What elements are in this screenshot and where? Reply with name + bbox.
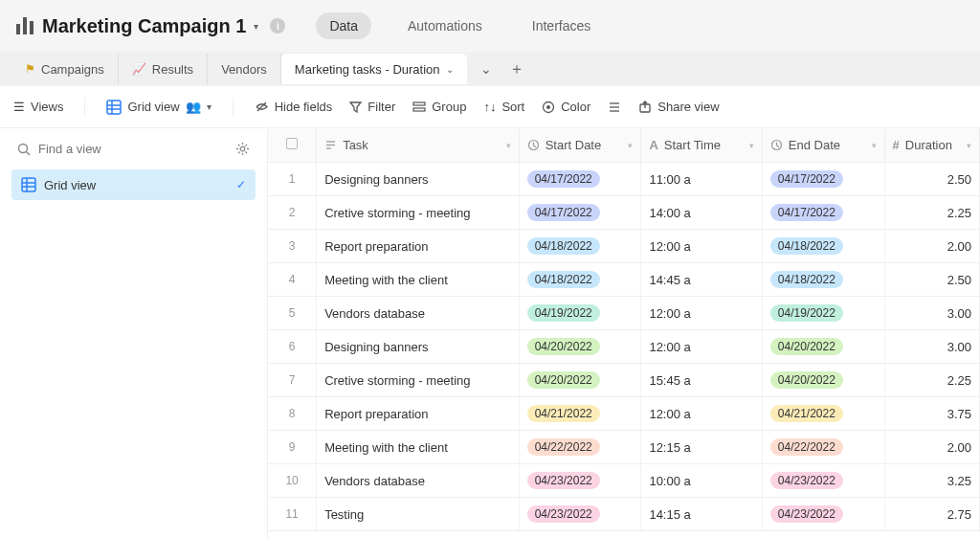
- chevron-down-icon[interactable]: ▾: [872, 141, 877, 150]
- cell-start-time[interactable]: 15:45 a: [641, 364, 762, 397]
- cell-end-date[interactable]: 04/17/2022: [762, 196, 884, 230]
- table-tab-vendors[interactable]: Vendors: [208, 54, 281, 84]
- group-button[interactable]: Group: [412, 100, 466, 114]
- cell-task[interactable]: Meeting with the client: [317, 431, 520, 464]
- cell-end-date[interactable]: 04/18/2022: [762, 263, 884, 297]
- table-row[interactable]: 8Report preparation04/21/202212:00 a04/2…: [268, 397, 980, 431]
- table-tab-marketing-tasks[interactable]: Marketing tasks - Duration ⌄: [281, 54, 467, 84]
- cell-task[interactable]: Designing banners: [317, 163, 520, 196]
- row-number[interactable]: 7: [268, 364, 317, 397]
- add-table-icon[interactable]: ＋: [509, 59, 524, 79]
- chevron-down-icon[interactable]: ▾: [207, 101, 212, 112]
- cell-duration[interactable]: 2.50: [884, 263, 979, 297]
- cell-start-time[interactable]: 14:45 a: [641, 263, 762, 297]
- cell-duration[interactable]: 2.75: [884, 498, 979, 531]
- cell-start-time[interactable]: 12:00 a: [641, 397, 762, 431]
- row-height-button[interactable]: [608, 101, 621, 114]
- table-row[interactable]: 5Vendors database04/19/202212:00 a04/19/…: [268, 297, 980, 330]
- cell-task[interactable]: Report preparation: [317, 230, 520, 263]
- cell-start-time[interactable]: 12:00 a: [641, 297, 762, 330]
- chevron-down-icon[interactable]: ▾: [628, 141, 633, 150]
- cell-start-time[interactable]: 14:00 a: [641, 196, 762, 230]
- table-row[interactable]: 3Report preparation04/18/202212:00 a04/1…: [268, 230, 980, 263]
- table-row[interactable]: 1Designing banners04/17/202211:00 a04/17…: [268, 163, 980, 196]
- cell-start-date[interactable]: 04/18/2022: [519, 263, 641, 297]
- tab-overflow-icon[interactable]: ⌄: [480, 61, 492, 77]
- chevron-down-icon[interactable]: ▾: [506, 141, 511, 150]
- tab-data[interactable]: Data: [316, 12, 371, 39]
- cell-start-date[interactable]: 04/20/2022: [519, 364, 641, 397]
- cell-start-time[interactable]: 12:15 a: [641, 431, 762, 464]
- table-row[interactable]: 11Testing04/23/202214:15 a04/23/20222.75: [268, 498, 980, 531]
- cell-duration[interactable]: 3.00: [884, 297, 979, 330]
- table-tab-campaigns[interactable]: ⚑ Campaigns: [11, 54, 119, 84]
- add-row-button[interactable]: ＋: [268, 531, 980, 538]
- cell-duration[interactable]: 3.75: [884, 397, 979, 431]
- column-header-start-date[interactable]: Start Date ▾: [519, 128, 641, 163]
- column-header-task[interactable]: Task ▾: [317, 128, 520, 163]
- row-number[interactable]: 9: [268, 431, 317, 464]
- chevron-down-icon[interactable]: ⌄: [446, 64, 454, 75]
- table-row[interactable]: 6Designing banners04/20/202212:00 a04/20…: [268, 330, 980, 364]
- table-row[interactable]: 9Meeting with the client04/22/202212:15 …: [268, 431, 980, 464]
- cell-end-date[interactable]: 04/21/2022: [762, 397, 884, 431]
- share-view-button[interactable]: Share view: [638, 100, 719, 114]
- cell-task[interactable]: Vendors database: [317, 464, 520, 498]
- column-header-start-time[interactable]: A Start Time ▾: [641, 128, 762, 163]
- column-header-duration[interactable]: # Duration ▾: [884, 128, 979, 163]
- info-icon[interactable]: i: [270, 18, 285, 34]
- cell-end-date[interactable]: 04/20/2022: [762, 330, 884, 364]
- checkbox-icon[interactable]: [286, 138, 298, 149]
- cell-start-time[interactable]: 10:00 a: [641, 464, 762, 498]
- cell-start-time[interactable]: 11:00 a: [641, 163, 762, 196]
- cell-duration[interactable]: 2.50: [884, 163, 979, 196]
- base-title[interactable]: Marketing Campaign 1: [42, 15, 246, 37]
- row-number[interactable]: 6: [268, 330, 317, 364]
- cell-start-date[interactable]: 04/18/2022: [519, 230, 641, 263]
- hide-fields-button[interactable]: Hide fields: [255, 100, 333, 114]
- view-search[interactable]: [11, 138, 256, 160]
- cell-duration[interactable]: 2.25: [884, 196, 979, 230]
- cell-start-time[interactable]: 12:00 a: [641, 230, 762, 263]
- view-search-input[interactable]: [38, 142, 228, 156]
- tab-automations[interactable]: Automations: [394, 12, 496, 39]
- cell-task[interactable]: Cretive storming - meeting: [317, 196, 520, 230]
- views-button[interactable]: ☰ Views: [13, 100, 63, 114]
- row-number[interactable]: 4: [268, 263, 317, 297]
- cell-duration[interactable]: 3.00: [884, 330, 979, 364]
- tab-interfaces[interactable]: Interfaces: [519, 12, 604, 39]
- title-dropdown-icon[interactable]: ▾: [254, 21, 258, 32]
- select-all-header[interactable]: [268, 128, 317, 163]
- table-row[interactable]: 7Cretive storming - meeting04/20/202215:…: [268, 364, 980, 397]
- cell-task[interactable]: Report preparation: [317, 397, 520, 431]
- grid-view-button[interactable]: Grid view 👥 ▾: [106, 100, 211, 115]
- cell-task[interactable]: Designing banners: [317, 330, 520, 364]
- cell-end-date[interactable]: 04/23/2022: [762, 464, 884, 498]
- row-number[interactable]: 5: [268, 297, 317, 330]
- chevron-down-icon[interactable]: ▾: [967, 141, 971, 150]
- cell-duration[interactable]: 2.25: [884, 364, 979, 397]
- table-row[interactable]: 10Vendors database04/23/202210:00 a04/23…: [268, 464, 980, 498]
- cell-start-time[interactable]: 14:15 a: [641, 498, 762, 531]
- table-row[interactable]: 4Meeting with the client04/18/202214:45 …: [268, 263, 980, 297]
- sort-button[interactable]: ↑↓ Sort: [483, 100, 524, 114]
- table-tab-results[interactable]: 📈 Results: [119, 54, 208, 84]
- cell-end-date[interactable]: 04/17/2022: [762, 163, 884, 196]
- row-number[interactable]: 2: [268, 196, 317, 230]
- row-number[interactable]: 10: [268, 464, 317, 498]
- filter-button[interactable]: Filter: [349, 100, 395, 114]
- row-number[interactable]: 1: [268, 163, 317, 196]
- cell-duration[interactable]: 2.00: [884, 230, 979, 263]
- sidebar-view-grid[interactable]: Grid view ✓: [11, 169, 256, 200]
- cell-task[interactable]: Meeting with the client: [317, 263, 520, 297]
- cell-start-date[interactable]: 04/23/2022: [519, 464, 641, 498]
- cell-end-date[interactable]: 04/18/2022: [762, 230, 884, 263]
- cell-start-date[interactable]: 04/17/2022: [519, 163, 641, 196]
- cell-end-date[interactable]: 04/19/2022: [762, 297, 884, 330]
- row-number[interactable]: 8: [268, 397, 317, 431]
- cell-end-date[interactable]: 04/23/2022: [762, 498, 884, 531]
- row-number[interactable]: 11: [268, 498, 317, 531]
- cell-start-date[interactable]: 04/21/2022: [519, 397, 641, 431]
- cell-task[interactable]: Vendors database: [317, 297, 520, 330]
- cell-task[interactable]: Cretive storming - meeting: [317, 364, 520, 397]
